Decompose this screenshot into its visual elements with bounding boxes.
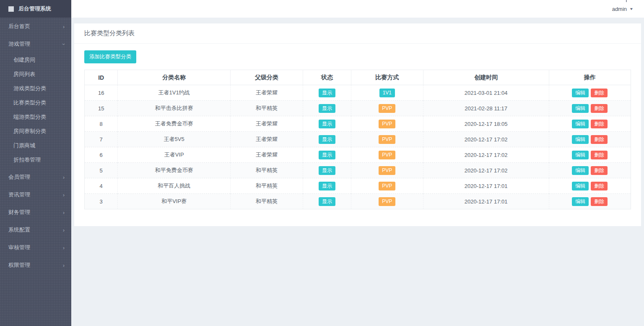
cell-operations: 编辑删除 — [549, 194, 631, 209]
cell-name: 和平击杀比拼赛 — [118, 101, 230, 116]
submenu-item-6[interactable]: 门票商城 — [0, 138, 71, 153]
delete-button[interactable]: 删除 — [591, 166, 608, 175]
sidebar-item-label: 后台首页 — [8, 23, 30, 30]
content-area: 比赛类型分类列表 添加比赛类型分类 ID分类名称父级分类状态比赛方式创建时间操作… — [71, 18, 644, 326]
caret-down-icon: ▼ — [629, 7, 634, 11]
submenu: 创建房间房间列表游戏类型分类比赛类型分类端游类型分类房间赛制分类门票商城折扣卷管… — [0, 53, 71, 168]
delete-button[interactable]: 删除 — [591, 135, 608, 144]
column-header: 分类名称 — [118, 70, 230, 85]
submenu-item-1[interactable]: 房间列表 — [0, 67, 71, 81]
app-title: 后台管理系统 — [18, 5, 51, 13]
sidebar-item-3[interactable]: 资讯管理› — [0, 186, 71, 203]
column-header: ID — [85, 70, 118, 85]
page-title: 比赛类型分类列表 — [84, 29, 135, 37]
cell-operations: 编辑删除 — [549, 132, 631, 147]
status-badge: 显示 — [319, 182, 335, 190]
status-badge: 显示 — [319, 120, 335, 128]
cell-operations: 编辑删除 — [549, 163, 631, 178]
submenu-item-7[interactable]: 折扣卷管理 — [0, 153, 71, 167]
sidebar-item-5[interactable]: 系统配置› — [0, 221, 71, 239]
sidebar-item-7[interactable]: 权限管理› — [0, 256, 71, 274]
chevron-right-icon: › — [63, 227, 65, 233]
cell-created: 2020-12-17 17:02 — [423, 163, 549, 178]
delete-button[interactable]: 删除 — [591, 151, 608, 159]
sidebar-item-4[interactable]: 财务管理› — [0, 203, 71, 221]
table-row: 8王者免费金币赛王者荣耀显示PVP2020-12-17 18:05编辑删除 — [85, 116, 631, 132]
cell-created: 2020-12-17 17:02 — [423, 132, 549, 147]
cell-mode: PVP — [351, 147, 423, 163]
cell-name: 王者1V1约战 — [118, 85, 230, 101]
edit-button[interactable]: 编辑 — [572, 135, 589, 144]
edit-button[interactable]: 编辑 — [572, 120, 589, 128]
cell-parent: 和平精英 — [230, 163, 303, 178]
cell-created: 2020-12-17 17:01 — [423, 178, 549, 194]
chevron-right-icon: › — [63, 175, 65, 180]
sidebar-item-label: 资讯管理 — [8, 191, 30, 198]
cell-parent: 王者荣耀 — [230, 147, 303, 163]
sidebar-item-label: 审核管理 — [8, 244, 30, 251]
edit-button[interactable]: 编辑 — [572, 182, 589, 190]
cell-parent: 王者荣耀 — [230, 132, 303, 147]
sidebar-item-1[interactable]: 游戏管理› — [0, 35, 71, 53]
sidebar-item-6[interactable]: 审核管理› — [0, 239, 71, 256]
cell-created: 2020-12-17 17:01 — [423, 194, 549, 209]
sidebar-item-2[interactable]: 会员管理› — [0, 168, 71, 186]
cell-id: 5 — [85, 163, 118, 178]
topbar: admin ▼ — [71, 0, 644, 18]
delete-button[interactable]: 删除 — [591, 104, 608, 113]
cell-operations: 编辑删除 — [549, 178, 631, 194]
edit-button[interactable]: 编辑 — [572, 104, 589, 113]
cell-status: 显示 — [303, 147, 351, 163]
delete-button[interactable]: 删除 — [591, 89, 608, 97]
cell-name: 和平免费金币赛 — [118, 163, 230, 178]
logo-icon — [8, 6, 14, 12]
cell-name: 王者5V5 — [118, 132, 230, 147]
status-badge: 显示 — [319, 89, 335, 97]
cell-mode: PVP — [351, 132, 423, 147]
cell-status: 显示 — [303, 116, 351, 132]
table-row: 7王者5V5王者荣耀显示PVP2020-12-17 17:02编辑删除 — [85, 132, 631, 147]
delete-button[interactable]: 删除 — [591, 120, 608, 128]
cell-id: 7 — [85, 132, 118, 147]
cell-created: 2020-12-17 17:02 — [423, 147, 549, 163]
table-head: ID分类名称父级分类状态比赛方式创建时间操作 — [85, 70, 631, 85]
edit-button[interactable]: 编辑 — [572, 166, 589, 175]
edit-button[interactable]: 编辑 — [572, 151, 589, 159]
column-header: 父级分类 — [230, 70, 303, 85]
mode-badge: PVP — [379, 197, 395, 206]
mode-badge: PVP — [379, 151, 395, 159]
submenu-item-2[interactable]: 游戏类型分类 — [0, 81, 71, 96]
submenu-item-5[interactable]: 房间赛制分类 — [0, 124, 71, 138]
status-badge: 显示 — [319, 197, 335, 206]
chevron-down-icon: › — [61, 43, 66, 45]
cell-id: 16 — [85, 85, 118, 101]
sidebar-item-label: 系统配置 — [8, 226, 30, 234]
cell-status: 显示 — [303, 178, 351, 194]
add-category-button[interactable]: 添加比赛类型分类 — [84, 50, 136, 63]
edit-button[interactable]: 编辑 — [572, 89, 589, 97]
sidebar-item-0[interactable]: 后台首页› — [0, 18, 71, 35]
cell-id: 6 — [85, 147, 118, 163]
submenu-item-4[interactable]: 端游类型分类 — [0, 110, 71, 124]
cell-operations: 编辑删除 — [549, 101, 631, 116]
edit-button[interactable]: 编辑 — [572, 197, 589, 206]
submenu-item-3[interactable]: 比赛类型分类 — [0, 96, 71, 110]
status-badge: 显示 — [319, 104, 335, 113]
sidebar-item-label: 会员管理 — [8, 173, 30, 181]
chevron-right-icon: › — [63, 24, 65, 29]
cell-created: 2021-02-28 11:17 — [423, 101, 549, 116]
table-row: 6王者VIP王者荣耀显示PVP2020-12-17 17:02编辑删除 — [85, 147, 631, 163]
app-logo: 后台管理系统 — [0, 0, 71, 18]
status-badge: 显示 — [319, 166, 335, 175]
sidebar-item-label: 权限管理 — [8, 261, 30, 269]
delete-button[interactable]: 删除 — [591, 182, 608, 190]
status-badge: 显示 — [319, 135, 335, 144]
chevron-right-icon: › — [63, 245, 65, 250]
cell-parent: 和平精英 — [230, 194, 303, 209]
submenu-item-0[interactable]: 创建房间 — [0, 53, 71, 67]
cell-status: 显示 — [303, 132, 351, 147]
column-header: 操作 — [549, 70, 631, 85]
user-dropdown[interactable]: admin ▼ — [612, 6, 633, 12]
delete-button[interactable]: 删除 — [591, 197, 608, 206]
cell-operations: 编辑删除 — [549, 116, 631, 132]
